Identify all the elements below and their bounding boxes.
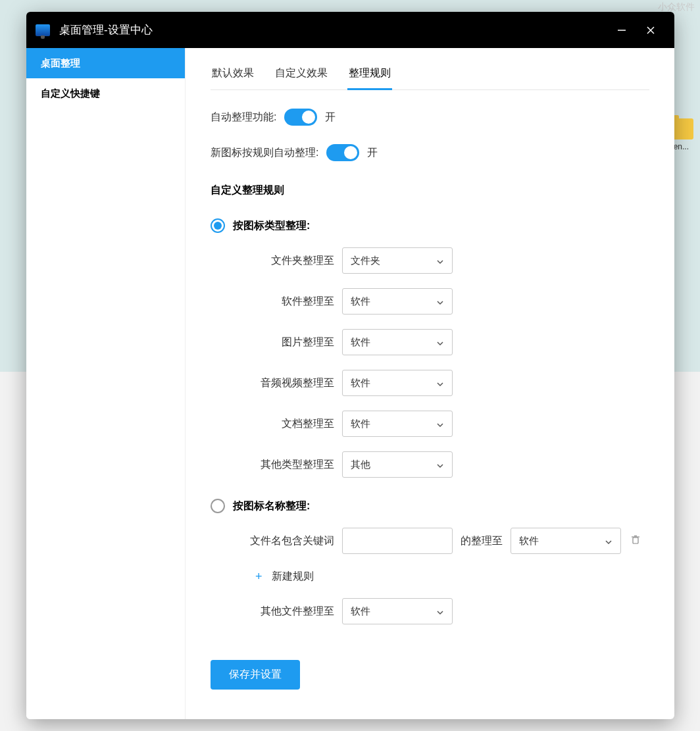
trash-icon: [630, 534, 641, 545]
tab-default-effect[interactable]: 默认效果: [211, 60, 255, 89]
select-value: 软件: [351, 605, 370, 618]
add-rule-label: 新建规则: [272, 570, 314, 584]
chevron-down-icon: [436, 607, 444, 615]
keyword-input[interactable]: [342, 528, 453, 554]
content-area: 默认效果 自定义效果 整理规则 自动整理功能: 开 新图标按规则自动整理: 开 …: [186, 48, 674, 719]
other-files-label: 其他文件整理至: [211, 605, 342, 618]
rule-image-select[interactable]: 软件: [342, 329, 453, 355]
close-icon: [646, 26, 655, 35]
name-rule-mid-label: 的整理至: [453, 534, 511, 548]
select-value: 其他: [351, 459, 370, 471]
rule-folder-select[interactable]: 文件夹: [342, 247, 453, 274]
rule-software-select[interactable]: 软件: [342, 288, 453, 315]
chevron-down-icon: [436, 420, 444, 428]
sidebar-item-custom-hotkeys[interactable]: 自定义快捷键: [26, 78, 185, 109]
radio-by-type-label: 按图标类型整理:: [233, 219, 310, 233]
tab-custom-effect[interactable]: 自定义效果: [274, 60, 329, 89]
sidebar: 桌面整理 自定义快捷键: [26, 48, 186, 719]
auto-sort-label: 自动整理功能:: [211, 111, 276, 124]
svg-rect-3: [633, 538, 638, 543]
add-rule-button[interactable]: + 新建规则: [255, 570, 649, 584]
radio-by-name[interactable]: [211, 499, 225, 513]
minimize-icon: [617, 26, 626, 35]
auto-sort-state: 开: [325, 111, 336, 124]
app-icon: [36, 24, 50, 36]
chevron-down-icon: [436, 257, 444, 265]
rule-image-label: 图片整理至: [211, 336, 342, 349]
auto-sort-toggle[interactable]: [284, 109, 317, 126]
custom-rules-title: 自定义整理规则: [211, 184, 649, 197]
name-rule-prefix-label: 文件名包含关键词: [211, 534, 342, 548]
select-value: 文件夹: [351, 255, 380, 267]
rule-audiovideo-select[interactable]: 软件: [342, 370, 453, 396]
sidebar-item-label: 桌面整理: [41, 57, 80, 70]
window-title: 桌面管理-设置中心: [59, 22, 607, 38]
close-button[interactable]: [636, 17, 665, 43]
select-value: 软件: [519, 535, 539, 547]
plus-icon: +: [255, 570, 262, 584]
rule-document-select[interactable]: 软件: [342, 411, 453, 437]
rule-other-select[interactable]: 其他: [342, 451, 453, 478]
save-button[interactable]: 保存并设置: [211, 660, 300, 690]
select-value: 软件: [351, 377, 370, 390]
rule-software-label: 软件整理至: [211, 295, 342, 309]
name-rule-target-select[interactable]: 软件: [511, 528, 621, 554]
new-icon-sort-label: 新图标按规则自动整理:: [211, 146, 318, 160]
delete-rule-button[interactable]: [630, 534, 641, 547]
minimize-button[interactable]: [607, 17, 636, 43]
rule-other-label: 其他类型整理至: [211, 458, 342, 472]
chevron-down-icon: [605, 537, 612, 545]
select-value: 软件: [351, 295, 370, 308]
new-icon-sort-toggle[interactable]: [326, 144, 359, 161]
chevron-down-icon: [436, 461, 444, 468]
sidebar-item-label: 自定义快捷键: [41, 88, 100, 100]
tab-sort-rules[interactable]: 整理规则: [347, 60, 392, 89]
tabs: 默认效果 自定义效果 整理规则: [211, 60, 649, 90]
chevron-down-icon: [436, 379, 444, 387]
chevron-down-icon: [436, 297, 444, 305]
sidebar-item-desktop-sort[interactable]: 桌面整理: [26, 48, 185, 78]
chevron-down-icon: [436, 338, 444, 346]
other-files-select[interactable]: 软件: [342, 598, 453, 624]
select-value: 软件: [351, 336, 370, 349]
rule-audiovideo-label: 音频视频整理至: [211, 376, 342, 390]
rule-folder-label: 文件夹整理至: [211, 254, 342, 268]
titlebar: 桌面管理-设置中心: [26, 12, 674, 48]
new-icon-sort-state: 开: [367, 146, 378, 160]
settings-window: 桌面管理-设置中心 桌面整理 自定义快捷键 默认效果 自定义效果 整理规则 自动…: [26, 12, 674, 719]
rule-document-label: 文档整理至: [211, 417, 342, 431]
radio-by-name-label: 按图标名称整理:: [233, 499, 310, 513]
radio-by-type[interactable]: [211, 218, 225, 233]
select-value: 软件: [351, 418, 370, 430]
